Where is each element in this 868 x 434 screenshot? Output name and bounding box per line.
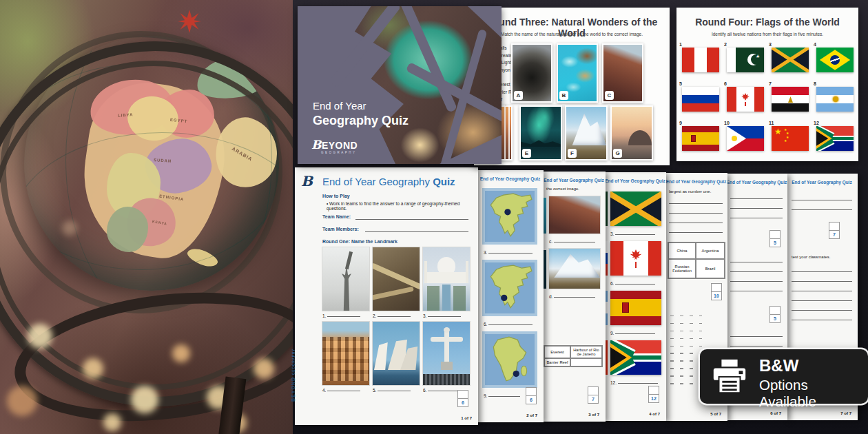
flag-answer-line[interactable]: 6. <box>610 281 655 286</box>
flag-answer-line[interactable]: 9. <box>610 331 655 335</box>
worksheet-page-1: B BEYONDGEOGRAPHY End of Year Geography … <box>295 167 478 425</box>
beyond-logo: BEYOND GEOGRAPHY <box>311 138 358 154</box>
spine-main: BEYOND <box>291 377 296 402</box>
badge-subtitle: Options Available <box>759 377 868 410</box>
round-three-subtitle: Match the name of the natural wonder of … <box>474 32 670 37</box>
write-line[interactable] <box>792 310 852 311</box>
flag-answer-line[interactable]: 12. <box>610 380 658 385</box>
answer-line-c[interactable]: c. <box>549 239 595 244</box>
image-label: E <box>522 149 531 158</box>
score-box[interactable]: 12 <box>648 386 659 403</box>
table-cell: Argentina <box>696 242 725 259</box>
globe-photo: LIBYA EGYPT SUDAN ARABIA ETHIOPIA KENYA <box>0 0 296 434</box>
score-box[interactable]: 10 <box>711 283 722 300</box>
answer-line-5[interactable]: 5. <box>373 388 411 393</box>
map-africa <box>482 331 537 388</box>
bokeh-light <box>172 344 190 362</box>
flag-number: 9 <box>679 121 682 125</box>
how-to-play-heading: How to Play <box>322 194 350 198</box>
answer-line-3[interactable]: 3. <box>423 313 461 318</box>
team-name-line[interactable] <box>355 219 468 220</box>
answer-line-1[interactable]: 1. <box>322 313 360 318</box>
image-label: G <box>613 149 622 158</box>
flag-answer-line[interactable]: 3. <box>610 231 655 236</box>
snow-peak <box>566 114 606 145</box>
round-four-title: Round Four: Flags of the World <box>676 17 858 28</box>
write-line[interactable] <box>792 209 852 210</box>
landmark-great-wall <box>373 247 420 311</box>
write-line[interactable] <box>730 208 783 209</box>
flag-jamaica <box>772 48 809 72</box>
wonder-image-volcano: A <box>511 43 552 103</box>
write-line[interactable] <box>730 198 783 199</box>
wonder-image-harbour: G <box>610 105 653 161</box>
flag-number: 7 <box>769 81 772 86</box>
write-line[interactable] <box>792 291 852 291</box>
write-line[interactable] <box>669 203 723 204</box>
badge-title: B&W <box>759 356 798 375</box>
write-line[interactable] <box>792 200 852 200</box>
bokeh-light <box>254 358 274 379</box>
page-header: End of Year Geography Quiz <box>726 180 787 185</box>
write-line[interactable] <box>730 262 783 262</box>
team-members-label: Team Members: <box>322 227 359 231</box>
table-cell: Everest <box>544 346 570 358</box>
image-label: F <box>568 149 577 158</box>
flag-south-africa-large <box>610 340 661 375</box>
write-line[interactable] <box>730 346 783 347</box>
image-label: A <box>514 91 523 100</box>
answer-line-d[interactable]: d. <box>549 294 595 299</box>
bokeh-light <box>7 386 37 416</box>
bokeh-light <box>83 358 103 379</box>
flag-canada-large <box>610 241 661 276</box>
flag-pakistan: ★ <box>727 48 764 72</box>
page1-title: End of Year Geography Quiz <box>322 176 455 187</box>
bw-options-badge: B&W Options Available <box>700 349 868 404</box>
score-box[interactable]: 5 <box>769 230 781 247</box>
team-members-line[interactable] <box>365 231 468 232</box>
write-line[interactable] <box>792 271 852 272</box>
round-four-subtitle: Identify all twelve nations from their f… <box>676 32 858 37</box>
countries-table: China Argentina Russian Federation Brazi… <box>668 242 725 279</box>
write-line[interactable] <box>669 223 723 223</box>
spine-sub: GEOGRAPHY <box>292 349 296 375</box>
landmark-taj-mahal <box>423 247 470 311</box>
write-line[interactable] <box>792 300 852 301</box>
mountain-image <box>549 249 600 289</box>
write-line[interactable] <box>669 213 723 214</box>
score-box[interactable]: 7 <box>588 386 599 404</box>
answer-line-2[interactable]: 2. <box>373 313 411 318</box>
map-north-america-2 <box>482 260 537 316</box>
page-number: 1 of 7 <box>461 416 472 420</box>
title-slide: End of Year Geography Quiz BEYOND GEOGRA… <box>298 6 502 164</box>
score-box[interactable]: 7 <box>829 222 840 239</box>
write-line[interactable] <box>730 281 783 282</box>
write-line[interactable] <box>669 232 723 233</box>
flag-jamaica-large <box>610 192 661 226</box>
write-line[interactable] <box>730 218 783 218</box>
answer-line-4[interactable]: 4. <box>322 388 360 393</box>
bokeh-light <box>103 413 121 431</box>
worksheet-page-3: End of Year Geography Quiz the correct i… <box>542 172 606 422</box>
write-line[interactable] <box>730 291 783 291</box>
answer-line-6[interactable]: 6. <box>423 388 461 393</box>
flag-spain <box>682 126 719 151</box>
map-answer-line[interactable]: 3. <box>484 250 533 255</box>
page1-title-main: End of Year Geography <box>322 176 433 187</box>
write-line[interactable] <box>730 271 783 272</box>
landmark-colosseum <box>322 322 369 385</box>
score-box[interactable]: 6 <box>526 387 537 404</box>
score-box[interactable]: 5 <box>769 306 781 323</box>
wonder-image-canyon: C <box>602 43 643 103</box>
spine-logo: BEYONDGEOGRAPHY <box>285 349 298 402</box>
score-box[interactable]: 6 <box>457 390 468 407</box>
page-number: 4 of 7 <box>649 412 660 416</box>
write-line[interactable] <box>792 320 852 320</box>
map-answer-line[interactable]: 9. <box>484 393 520 398</box>
product-preview: LIBYA EGYPT SUDAN ARABIA ETHIOPIA KENYA <box>0 0 868 434</box>
write-line[interactable] <box>792 281 852 282</box>
write-line[interactable] <box>730 336 783 337</box>
page-header: End of Year Geography Quiz <box>786 180 858 185</box>
page-header: End of Year Geography Quiz <box>665 179 727 184</box>
map-answer-line[interactable]: 6. <box>484 322 533 327</box>
